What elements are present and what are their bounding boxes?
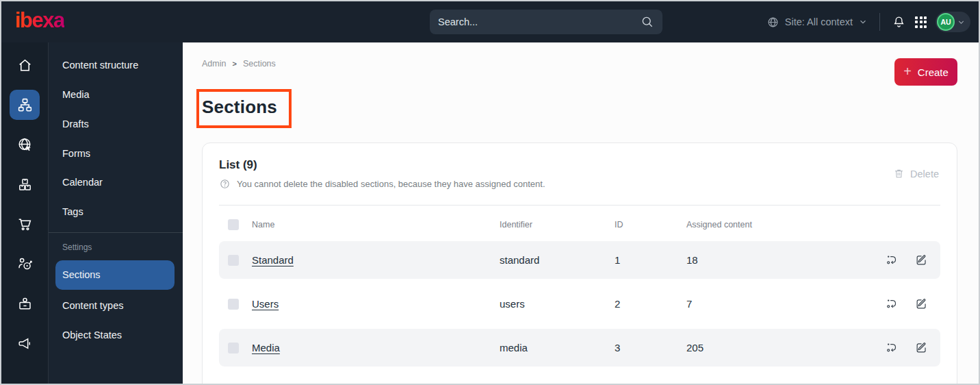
chevron-down-icon bbox=[957, 18, 966, 27]
rail-item-site[interactable] bbox=[10, 129, 40, 160]
section-id: 1 bbox=[615, 254, 686, 266]
table-header: Name Identifier ID Assigned content bbox=[219, 214, 940, 236]
rail-item-personalization[interactable] bbox=[10, 249, 40, 279]
section-identifier: standard bbox=[500, 254, 615, 266]
help-icon bbox=[219, 178, 231, 190]
table-divider bbox=[219, 205, 940, 206]
menu-group-settings: Settings bbox=[49, 240, 183, 259]
assign-content-button[interactable] bbox=[886, 253, 899, 266]
section-id: 3 bbox=[615, 342, 686, 353]
page-title: Sections bbox=[202, 97, 277, 118]
column-header-name: Name bbox=[252, 220, 500, 229]
sitemap-icon bbox=[16, 97, 34, 114]
section-id: 2 bbox=[615, 298, 686, 310]
breadcrumb-separator: > bbox=[232, 60, 236, 68]
assign-content-button[interactable] bbox=[886, 297, 899, 310]
rail-item-dashboard[interactable] bbox=[10, 50, 40, 80]
rail-item-marketing[interactable] bbox=[10, 328, 40, 358]
assign-content-icon bbox=[886, 253, 899, 266]
menu-item-calendar[interactable]: Calendar bbox=[49, 168, 183, 197]
app-grid-icon bbox=[915, 16, 927, 28]
assign-content-button[interactable] bbox=[886, 341, 899, 354]
chevron-down-icon bbox=[858, 17, 868, 27]
column-header-identifier: Identifier bbox=[500, 220, 615, 229]
section-identifier: media bbox=[500, 342, 615, 353]
menu-item-media[interactable]: Media bbox=[49, 80, 183, 110]
row-checkbox[interactable] bbox=[228, 299, 239, 310]
edit-button[interactable] bbox=[915, 341, 928, 354]
breadcrumb-sections[interactable]: Sections bbox=[243, 59, 276, 69]
audience-target-icon bbox=[16, 256, 34, 273]
ibexa-logo[interactable]: ibexa bbox=[15, 10, 64, 31]
menu-item-drafts[interactable]: Drafts bbox=[49, 110, 183, 139]
breadcrumb: Admin > Sections bbox=[202, 59, 979, 69]
menu-item-tags[interactable]: Tags bbox=[49, 197, 183, 227]
column-header-id: ID bbox=[615, 220, 686, 229]
row-checkbox[interactable] bbox=[228, 343, 239, 353]
menu-divider bbox=[49, 232, 183, 233]
app-switcher-button[interactable] bbox=[915, 16, 927, 28]
sections-list-card: List (9) You cannot delete the disabled … bbox=[202, 142, 957, 384]
menu-item-sections[interactable]: Sections bbox=[55, 260, 175, 290]
delete-button[interactable]: Delete bbox=[893, 168, 939, 179]
rail-item-commerce[interactable] bbox=[10, 209, 40, 239]
breadcrumb-admin[interactable]: Admin bbox=[202, 59, 226, 69]
icon-rail bbox=[1, 42, 48, 384]
edit-button[interactable] bbox=[915, 253, 928, 266]
megaphone-icon bbox=[16, 335, 34, 352]
select-all-checkbox[interactable] bbox=[228, 219, 239, 230]
rail-item-products[interactable] bbox=[10, 169, 40, 199]
delete-button-label: Delete bbox=[910, 169, 939, 179]
section-identifier: users bbox=[500, 298, 615, 310]
edit-icon bbox=[915, 253, 928, 266]
table-row: Users users 2 7 bbox=[219, 285, 940, 323]
menu-item-content-structure[interactable]: Content structure bbox=[49, 51, 183, 80]
edit-icon bbox=[915, 341, 928, 354]
site-context-label: Site: All context bbox=[785, 16, 853, 27]
top-bar: ibexa Site: All context bbox=[1, 1, 979, 42]
trash-icon bbox=[893, 168, 905, 179]
site-context-selector[interactable]: Site: All context bbox=[766, 16, 868, 29]
list-title: List (9) bbox=[219, 158, 940, 172]
avatar[interactable]: AU bbox=[937, 13, 955, 31]
section-assigned-content: 18 bbox=[686, 254, 877, 266]
table-row: Standard standard 1 18 bbox=[219, 241, 940, 279]
row-checkbox[interactable] bbox=[228, 255, 239, 266]
cart-icon bbox=[16, 216, 34, 233]
list-info: You cannot delete the disabled sections,… bbox=[219, 178, 940, 190]
create-button[interactable]: + Create bbox=[894, 58, 957, 86]
rail-item-corporate[interactable] bbox=[10, 288, 40, 319]
list-info-text: You cannot delete the disabled sections,… bbox=[237, 179, 545, 189]
rail-item-content[interactable] bbox=[10, 90, 40, 120]
assign-content-icon bbox=[886, 297, 899, 310]
section-name-link[interactable]: Media bbox=[252, 342, 500, 353]
topbar-divider bbox=[879, 13, 880, 31]
boxes-icon bbox=[16, 176, 34, 193]
section-name-link[interactable]: Users bbox=[252, 298, 500, 310]
main-content: Admin > Sections + Create Sections List … bbox=[183, 42, 979, 384]
search-input[interactable] bbox=[438, 16, 641, 27]
menu-item-content-types[interactable]: Content types bbox=[49, 291, 183, 321]
section-assigned-content: 205 bbox=[686, 342, 877, 353]
title-annotation-box: Sections bbox=[196, 89, 292, 128]
edit-icon bbox=[915, 297, 928, 310]
menu-item-forms[interactable]: Forms bbox=[49, 139, 183, 169]
globe-icon bbox=[766, 16, 779, 29]
user-menu[interactable]: AU bbox=[936, 12, 970, 32]
badge-icon bbox=[16, 295, 34, 312]
global-search[interactable] bbox=[430, 10, 662, 34]
section-name-link[interactable]: Standard bbox=[252, 254, 500, 266]
home-icon bbox=[16, 57, 34, 74]
column-header-assigned: Assigned content bbox=[686, 220, 877, 229]
search-icon[interactable] bbox=[641, 15, 654, 29]
table-row: Media media 3 205 bbox=[219, 329, 940, 367]
section-assigned-content: 7 bbox=[686, 298, 877, 310]
topbar-right-cluster: Site: All context A bbox=[766, 1, 970, 42]
menu-item-object-states[interactable]: Object States bbox=[49, 321, 183, 350]
plus-icon: + bbox=[903, 64, 912, 78]
edit-button[interactable] bbox=[915, 297, 928, 310]
secondary-menu: Content structure Media Drafts Forms Cal… bbox=[48, 42, 183, 384]
notifications-button[interactable] bbox=[892, 15, 906, 29]
assign-content-icon bbox=[886, 341, 899, 354]
app-window: ibexa Site: All context bbox=[0, 0, 980, 385]
